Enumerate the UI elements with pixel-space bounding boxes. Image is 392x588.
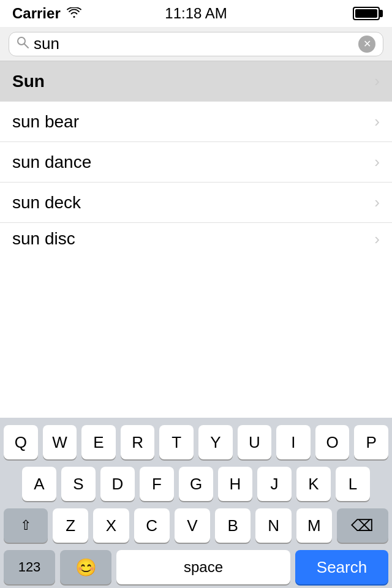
- chevron-icon: ›: [374, 112, 380, 131]
- key-m[interactable]: M: [296, 508, 332, 543]
- search-bar: ✕: [0, 27, 392, 61]
- result-label: sun disc: [12, 229, 75, 249]
- status-time: 11:18 AM: [165, 5, 227, 22]
- keyboard-bottom-row: 123 😊 space Search: [4, 550, 388, 584]
- search-input[interactable]: [34, 34, 353, 53]
- key-y[interactable]: Y: [198, 425, 233, 459]
- key-b[interactable]: B: [215, 508, 251, 543]
- keyboard: Q W E R T Y U I O P A S D F G H J K L ⇧ …: [0, 418, 392, 588]
- search-key[interactable]: Search: [295, 550, 388, 584]
- key-o[interactable]: O: [315, 425, 350, 459]
- result-item[interactable]: sun dance ›: [0, 142, 392, 183]
- key-d[interactable]: D: [100, 467, 135, 501]
- svg-line-1: [24, 44, 28, 48]
- chevron-icon: ›: [374, 72, 380, 91]
- chevron-icon: ›: [374, 193, 380, 212]
- chevron-icon: ›: [374, 230, 380, 249]
- carrier-label: Carrier: [12, 5, 61, 22]
- key-s[interactable]: S: [61, 467, 96, 501]
- result-label: Sun: [12, 72, 45, 91]
- result-item[interactable]: sun disc ›: [0, 223, 392, 255]
- status-bar: Carrier 11:18 AM: [0, 0, 392, 27]
- emoji-key[interactable]: 😊: [60, 550, 111, 584]
- key-f[interactable]: F: [140, 467, 174, 501]
- delete-icon: ⌫: [351, 516, 374, 535]
- status-carrier: Carrier: [12, 5, 81, 22]
- delete-key[interactable]: ⌫: [337, 508, 388, 543]
- key-n[interactable]: N: [255, 508, 291, 543]
- battery-icon: [353, 7, 380, 20]
- result-item[interactable]: Sun ›: [0, 61, 392, 102]
- search-bar-inner: ✕: [9, 32, 383, 56]
- battery-fill: [355, 9, 377, 18]
- key-r[interactable]: R: [121, 425, 155, 459]
- key-g[interactable]: G: [179, 467, 213, 501]
- key-p[interactable]: P: [354, 425, 388, 459]
- shift-icon: ⇧: [20, 518, 31, 533]
- search-icon: [17, 36, 29, 51]
- chevron-icon: ›: [374, 153, 380, 172]
- wifi-icon: [67, 5, 81, 22]
- key-a[interactable]: A: [22, 467, 56, 501]
- status-right: [353, 7, 380, 20]
- key-123[interactable]: 123: [4, 550, 55, 584]
- key-i[interactable]: I: [276, 425, 311, 459]
- key-x[interactable]: X: [93, 508, 129, 543]
- keyboard-row-2: A S D F G H J K L: [4, 467, 388, 501]
- key-t[interactable]: T: [159, 425, 194, 459]
- result-label: sun dance: [12, 153, 91, 172]
- key-e[interactable]: E: [81, 425, 116, 459]
- clear-button[interactable]: ✕: [358, 36, 375, 53]
- space-key[interactable]: space: [116, 550, 290, 584]
- key-z[interactable]: Z: [53, 508, 88, 543]
- svg-point-0: [18, 37, 25, 45]
- key-u[interactable]: U: [238, 425, 272, 459]
- key-l[interactable]: L: [336, 467, 370, 501]
- key-c[interactable]: C: [134, 508, 170, 543]
- key-h[interactable]: H: [218, 467, 252, 501]
- result-item[interactable]: sun deck ›: [0, 183, 392, 223]
- result-item[interactable]: sun bear ›: [0, 102, 392, 142]
- result-label: sun bear: [12, 112, 79, 132]
- keyboard-row-1: Q W E R T Y U I O P: [4, 425, 388, 459]
- result-label: sun deck: [12, 193, 81, 213]
- results-list: Sun › sun bear › sun dance › sun deck › …: [0, 61, 392, 255]
- shift-key[interactable]: ⇧: [4, 508, 48, 543]
- key-v[interactable]: V: [175, 508, 210, 543]
- key-w[interactable]: W: [43, 425, 77, 459]
- keyboard-row-3: ⇧ Z X C V B N M ⌫: [4, 508, 388, 543]
- key-k[interactable]: K: [296, 467, 331, 501]
- key-q[interactable]: Q: [4, 425, 38, 459]
- key-j[interactable]: J: [257, 467, 292, 501]
- emoji-icon: 😊: [75, 557, 97, 578]
